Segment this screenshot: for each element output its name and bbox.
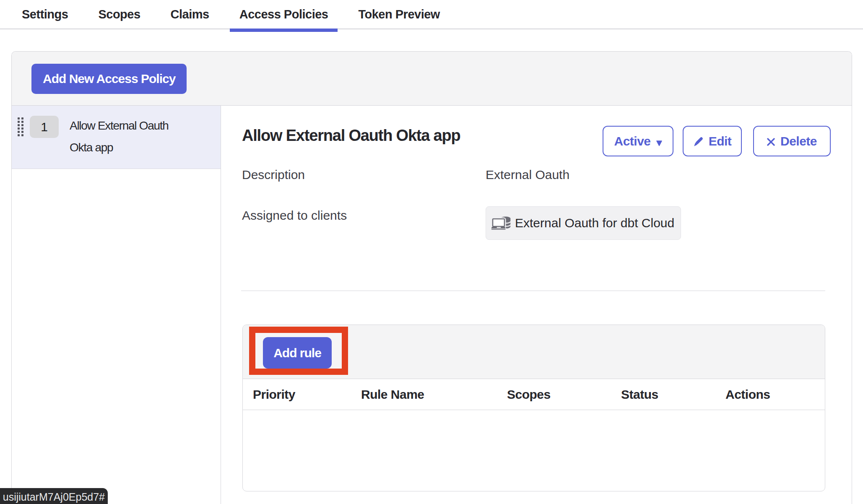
tab-access-policies-label: Access Policies	[239, 8, 328, 21]
status-bar-url: usijiutarM7Aj0Ep5d7#	[3, 491, 105, 503]
column-header-priority: Priority	[253, 387, 361, 402]
tab-claims[interactable]: Claims	[161, 0, 219, 29]
chevron-down-icon	[656, 140, 662, 146]
tab-scopes-label: Scopes	[98, 8, 140, 21]
policy-name-line2: Okta app	[70, 141, 113, 154]
drag-handle-icon[interactable]	[18, 117, 23, 136]
active-status-button[interactable]: Active	[603, 126, 673, 156]
policy-name: Allow External Oauth Okta app	[70, 115, 168, 158]
tab-access-policies[interactable]: Access Policies	[230, 0, 338, 29]
edit-button-label: Edit	[709, 134, 732, 148]
tab-settings-label: Settings	[22, 8, 68, 21]
column-header-scopes: Scopes	[507, 387, 621, 402]
rules-toolbar: Add rule	[243, 325, 825, 379]
close-icon	[767, 138, 775, 146]
column-header-status: Status	[621, 387, 725, 402]
policy-action-buttons: Active Edit Delete	[603, 126, 831, 156]
description-label: Description	[242, 167, 305, 182]
edit-button[interactable]: Edit	[683, 126, 742, 156]
policy-detail: Allow External Oauth Okta app Active Edi…	[221, 106, 852, 504]
link-preview-status-bar: usijiutarM7Aj0Ep5d7#	[0, 488, 108, 504]
add-rule-button[interactable]: Add rule	[263, 337, 332, 369]
policy-name-line1: Allow External Oauth	[70, 119, 168, 132]
tab-token-preview[interactable]: Token Preview	[348, 0, 449, 29]
policy-list: 1 Allow External Oauth Okta app	[12, 106, 221, 504]
pencil-icon	[693, 137, 703, 147]
tab-bar: Settings Scopes Claims Access Policies T…	[0, 0, 863, 29]
policy-list-item[interactable]: 1 Allow External Oauth Okta app	[12, 106, 221, 169]
rules-panel: Add rule Priority Rule Name Scopes Statu…	[242, 325, 825, 491]
section-divider	[241, 291, 825, 291]
delete-button[interactable]: Delete	[753, 126, 831, 156]
rules-table-header: Priority Rule Name Scopes Status Actions	[243, 379, 825, 410]
client-app-icon	[491, 216, 511, 230]
annotation-highlight-box: Add rule	[249, 327, 348, 375]
delete-button-label: Delete	[780, 134, 817, 148]
policy-priority-badge: 1	[30, 116, 59, 138]
policy-detail-title: Allow External Oauth Okta app	[242, 126, 460, 145]
active-status-label: Active	[614, 134, 650, 148]
tab-claims-label: Claims	[171, 8, 209, 21]
assigned-client-chip: External Oauth for dbt Cloud	[486, 206, 681, 240]
panel-toolbar: Add New Access Policy	[12, 52, 852, 106]
access-policies-panel: Add New Access Policy 1 Allow External O…	[11, 51, 852, 504]
column-header-rule-name: Rule Name	[361, 387, 507, 402]
tab-settings[interactable]: Settings	[12, 0, 78, 29]
tab-scopes[interactable]: Scopes	[88, 0, 150, 29]
assigned-client-name: External Oauth for dbt Cloud	[515, 216, 674, 230]
tab-token-preview-label: Token Preview	[358, 8, 439, 21]
description-value: External Oauth	[486, 167, 569, 182]
assigned-to-clients-label: Assigned to clients	[242, 208, 347, 223]
add-new-access-policy-button[interactable]: Add New Access Policy	[31, 64, 187, 94]
column-header-actions: Actions	[725, 387, 825, 402]
